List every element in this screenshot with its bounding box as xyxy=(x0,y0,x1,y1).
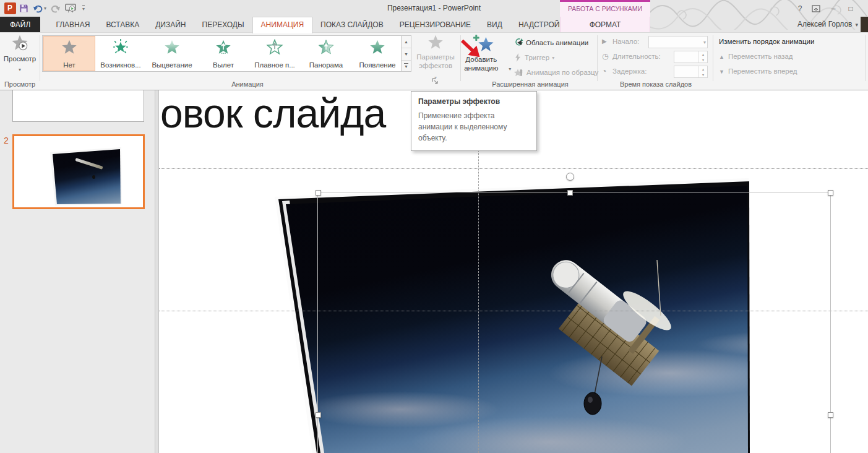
selection-handle-top-center[interactable] xyxy=(567,190,573,196)
preview-star-icon xyxy=(11,34,29,51)
slide-thumbnail-2-selected[interactable] xyxy=(12,134,145,209)
ribbon-display-options-icon[interactable] xyxy=(809,2,823,14)
slide-thumbnail-1[interactable] xyxy=(12,90,144,122)
delay-spin-up-icon[interactable]: ▴ xyxy=(702,67,704,71)
powerpoint-window: P ▾ ▾ Презентация1 - PowerPoint РАБОТА С… xyxy=(0,0,868,453)
ribbon-tab-bar: ФАЙЛ ГЛАВНАЯ ВСТАВКА ДИЗАЙН ПЕРЕХОДЫ АНИ… xyxy=(0,17,868,32)
trigger-button: Триггер ▾ xyxy=(513,51,554,64)
selection-handle-top-right[interactable] xyxy=(828,190,833,196)
selection-handle-middle-left[interactable] xyxy=(316,412,321,418)
dialog-launcher-icon[interactable] xyxy=(431,77,439,85)
tooltip-body: Применение эффекта анимации к выделенном… xyxy=(418,110,530,144)
window-title: Презентация1 - PowerPoint xyxy=(0,0,868,17)
maximize-icon[interactable]: □ xyxy=(843,2,858,14)
delay-spinner[interactable]: ▴▾ xyxy=(674,66,708,78)
preview-caret-icon: ▾ xyxy=(19,67,21,72)
animation-pane-button[interactable]: Область анимации xyxy=(513,37,588,49)
gallery-scroll-down-icon[interactable]: ▼ xyxy=(402,48,411,61)
ribbon: Просмотр ▾ Просмотр Нет Возникнов... Выц… xyxy=(0,32,868,90)
fade-star-icon xyxy=(163,39,181,55)
rotation-handle[interactable] xyxy=(566,173,574,181)
picture-selection-outline xyxy=(317,192,831,453)
undo-caret-icon[interactable]: ▾ xyxy=(44,6,46,11)
tab-dizayn[interactable]: ДИЗАЙН xyxy=(147,17,194,32)
save-icon[interactable] xyxy=(17,2,30,14)
group-label-timing: Время показа слайдов xyxy=(620,80,692,88)
group-label-advanced-animation: Расширенная анимация xyxy=(492,80,569,88)
quick-access-toolbar: P ▾ ▾ xyxy=(3,2,88,14)
gallery-item-panorama[interactable]: Панорама xyxy=(301,37,351,71)
gallery-scroll-up-icon[interactable]: ▲ xyxy=(402,36,411,48)
tab-file[interactable]: ФАЙЛ xyxy=(0,17,40,32)
duration-label: Длительность: xyxy=(612,53,661,60)
duration-clock-icon: ◷ xyxy=(602,52,611,61)
minimize-icon[interactable]: – xyxy=(826,2,841,14)
duration-spin-down-icon[interactable]: ▾ xyxy=(702,58,704,62)
duration-spinner[interactable]: ▴▾ xyxy=(674,51,708,63)
move-earlier-arrow-icon: ▲ xyxy=(719,54,724,60)
tab-vid[interactable]: ВИД xyxy=(479,17,510,32)
user-account[interactable]: Алексей Горлов▾ xyxy=(797,17,858,32)
tab-retsenzirovanie[interactable]: РЕЦЕНЗИРОВАНИЕ xyxy=(392,17,479,32)
move-later-button: ▼Переместить вперед xyxy=(719,67,797,75)
contextual-tab-header: РАБОТА С РИСУНКАМИ xyxy=(560,0,650,17)
start-icon: ▶ xyxy=(602,38,611,45)
tooltip-title: Параметры эффектов xyxy=(418,97,530,106)
delay-clock-icon: ◔ xyxy=(602,67,611,76)
selection-handle-middle-right[interactable] xyxy=(828,412,833,418)
none-star-icon xyxy=(61,39,78,55)
preview-button[interactable]: Просмотр ▾ xyxy=(2,34,37,79)
delay-label: Задержка: xyxy=(612,67,647,75)
preview-label: Просмотр xyxy=(2,55,37,63)
start-dropdown[interactable]: ▾ xyxy=(648,36,708,48)
tab-vstavka[interactable]: ВСТАВКА xyxy=(98,17,147,32)
start-slideshow-icon[interactable] xyxy=(62,2,79,14)
animation-painter-button: Анимация по образцу xyxy=(513,66,598,79)
redo-icon xyxy=(49,2,62,14)
thumbnail-picture xyxy=(14,136,143,207)
delay-spin-down-icon[interactable]: ▾ xyxy=(702,72,704,77)
add-animation-button[interactable]: Добавить анимацию ▾ xyxy=(456,34,512,86)
gallery-scrollbar: ▲ ▼ ▼ xyxy=(401,36,411,71)
help-icon[interactable]: ? xyxy=(793,2,807,14)
title-bar: P ▾ ▾ Презентация1 - PowerPoint РАБОТА С… xyxy=(0,0,868,17)
add-animation-caret-icon: ▾ xyxy=(509,66,511,72)
group-label-preview: Просмотр xyxy=(4,80,35,88)
move-later-arrow-icon: ▼ xyxy=(719,69,724,75)
user-avatar xyxy=(861,17,868,32)
gallery-item-float-in[interactable]: Плавное п... xyxy=(249,37,300,71)
tab-animatsiya[interactable]: АНИМАЦИЯ xyxy=(252,17,312,33)
gallery-item-fly-in[interactable]: Вылет xyxy=(198,37,249,71)
powerpoint-app-icon[interactable]: P xyxy=(3,2,17,14)
gallery-item-fade[interactable]: Выцветание xyxy=(147,37,197,71)
slide-thumbnails-panel: 2 xyxy=(0,90,155,453)
reorder-animation-header: Изменить порядок анимации xyxy=(719,38,814,45)
animation-painter-icon xyxy=(513,68,524,77)
slide-2-number: 2 xyxy=(4,136,9,145)
horizontal-guide-upper[interactable] xyxy=(159,168,868,169)
gallery-item-none[interactable]: Нет xyxy=(44,37,95,71)
selection-handle-top-left[interactable] xyxy=(316,190,321,196)
gallery-item-appear[interactable]: Появление xyxy=(352,37,403,71)
panorama-star-icon xyxy=(317,39,335,55)
tab-glavnaya[interactable]: ГЛАВНАЯ xyxy=(48,17,98,32)
trigger-caret-icon: ▾ xyxy=(552,55,554,61)
effect-options-star-icon xyxy=(427,34,444,50)
tab-perekhody[interactable]: ПЕРЕХОДЫ xyxy=(194,17,252,32)
undo-icon[interactable]: ▾ xyxy=(30,2,49,14)
annotation-red-arrow-icon xyxy=(461,37,482,63)
duration-spin-up-icon[interactable]: ▴ xyxy=(702,52,704,56)
thumbnail-telescope-dish xyxy=(92,175,95,179)
gallery-item-appear-burst[interactable]: Возникнов... xyxy=(95,37,146,71)
gallery-more-icon[interactable]: ▼ xyxy=(402,61,411,72)
user-name: Алексей Горлов xyxy=(797,20,853,28)
float-in-star-icon xyxy=(266,39,283,55)
emphasis-star-icon xyxy=(112,39,129,55)
group-label-animation: Анимация xyxy=(231,80,264,88)
slide-title-text[interactable]: овок слайда xyxy=(160,90,385,137)
tab-pokaz-slaydov[interactable]: ПОКАЗ СЛАЙДОВ xyxy=(312,17,392,32)
customize-qat-icon[interactable]: ▾ xyxy=(79,2,88,15)
panel-divider[interactable] xyxy=(155,90,159,453)
trigger-lightning-icon xyxy=(513,53,522,63)
tab-format[interactable]: ФОРМАТ xyxy=(560,17,650,32)
